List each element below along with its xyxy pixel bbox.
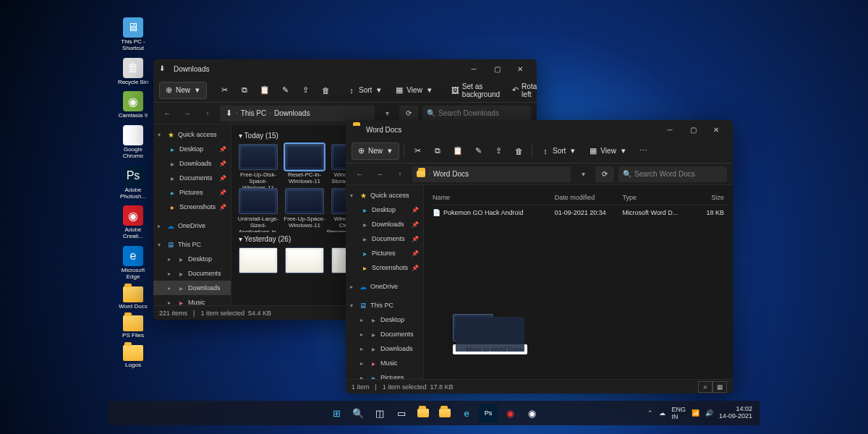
copy-button[interactable]: ⧉	[429, 142, 446, 160]
thumbnail-view-button[interactable]: ▦	[712, 381, 727, 393]
desktop-icon[interactable]: Logos	[114, 345, 152, 369]
close-button[interactable]: ✕	[705, 121, 727, 138]
file-thumbnail[interactable]: Reset-PC-in-Windows-11	[284, 144, 326, 188]
minimize-button[interactable]: ─	[659, 121, 681, 138]
sidebar-item-desktop[interactable]: ▸▸Desktop	[153, 252, 231, 266]
share-button[interactable]: ⇪	[490, 142, 507, 160]
wifi-icon[interactable]: 📶	[692, 409, 699, 417]
tray-chevron-icon[interactable]: ⌃	[647, 409, 653, 417]
sidebar-item-documents[interactable]: ▸▸Documents	[346, 327, 423, 341]
sidebar-item-desktop[interactable]: ▸Desktop📌	[153, 142, 231, 156]
file-thumbnail[interactable]: Free-Up-Space-Windows-11	[284, 188, 326, 232]
col-name[interactable]: Name	[433, 194, 555, 201]
sidebar-thispc[interactable]: ▾🖥This PC	[346, 298, 423, 312]
up-button[interactable]: ↑	[392, 166, 408, 182]
table-row[interactable]: 📄Pokemon GO Hack Android 01-09-2021 20:3…	[430, 205, 727, 220]
paste-button[interactable]: 📋	[449, 142, 467, 160]
clock[interactable]: 14:0214-09-2021	[719, 406, 752, 420]
sidebar-item-downloads[interactable]: ▸Downloads📌	[346, 217, 423, 231]
sidebar-item-pictures[interactable]: ▸Pictures📌	[153, 185, 231, 200]
titlebar[interactable]: ⬇ Downloads ─ ▢ ✕	[153, 59, 537, 78]
sidebar-item-screenshots[interactable]: ▸Screenshots📌	[346, 260, 423, 275]
sidebar-item-music[interactable]: ▸▸Music	[153, 295, 231, 305]
close-button[interactable]: ✕	[509, 60, 531, 77]
sidebar-quick-access[interactable]: ▾★Quick access	[346, 188, 423, 203]
col-size[interactable]: Size	[690, 194, 724, 201]
maximize-button[interactable]: ▢	[486, 60, 508, 77]
file-thumbnail[interactable]: Uninstall-Large-Sized-Applications-in-Wi…	[237, 188, 279, 232]
sidebar-item-downloads[interactable]: ▸▸Downloads	[346, 341, 423, 356]
sidebar-onedrive[interactable]: ▸☁OneDrive	[346, 279, 423, 294]
sidebar-item-documents[interactable]: ▸Documents📌	[346, 231, 423, 246]
view-button[interactable]: ▦View▾	[584, 142, 632, 160]
back-button[interactable]: ←	[159, 106, 175, 122]
delete-button[interactable]: 🗑	[317, 82, 334, 99]
dropdown-button[interactable]: ▾	[379, 106, 395, 122]
file-thumbnail[interactable]	[284, 247, 326, 276]
sort-button[interactable]: ↕Sort▾	[343, 82, 388, 99]
rename-button[interactable]: ✎	[276, 82, 294, 99]
col-date[interactable]: Date modified	[555, 194, 623, 201]
cut-button[interactable]: ✂	[409, 142, 426, 160]
sidebar-item-pictures[interactable]: ▸▸Pictures	[346, 370, 423, 379]
up-button[interactable]: ↑	[200, 106, 216, 122]
desktop-icon[interactable]: ◉Google Chrome	[114, 125, 152, 160]
crumb-segment[interactable]: Downloads	[274, 109, 310, 117]
chrome-taskbar-icon[interactable]: ◉	[522, 404, 541, 422]
desktop-icon[interactable]: Word Docs	[114, 286, 152, 310]
rotate-left-button[interactable]: ↶Rotate left	[508, 82, 537, 99]
desktop-icon[interactable]: 🗑Recycle Bin	[114, 58, 152, 86]
search-input[interactable]: 🔍Search Word Docs	[618, 166, 727, 182]
photoshop-taskbar-icon[interactable]: Ps	[479, 404, 498, 422]
explorer-taskbar-icon[interactable]	[435, 404, 454, 422]
sidebar-item-documents[interactable]: ▸▸Documents	[153, 266, 231, 281]
new-button[interactable]: ⊕New▾	[352, 142, 399, 160]
sidebar-onedrive[interactable]: ▸☁OneDrive	[153, 218, 231, 233]
share-button[interactable]: ⇪	[297, 82, 314, 99]
file-list[interactable]: Name Date modified Type Size 📄Pokemon GO…	[424, 185, 733, 379]
copy-button[interactable]: ⧉	[236, 82, 253, 99]
new-button[interactable]: ⊕New▾	[159, 82, 207, 99]
refresh-button[interactable]: ⟳	[399, 106, 418, 122]
sidebar-item-music[interactable]: ▸▸Music	[346, 356, 423, 370]
details-view-button[interactable]: ≡	[698, 381, 712, 393]
minimize-button[interactable]: ─	[463, 60, 485, 77]
search-button[interactable]: 🔍	[349, 404, 367, 422]
system-tray[interactable]: ⌃ ☁ ENGIN 📶 🔊 14:0214-09-2021	[647, 406, 760, 420]
sidebar-item-pictures[interactable]: ▸Pictures📌	[346, 246, 423, 260]
cut-button[interactable]: ✂	[216, 82, 233, 99]
sidebar-thispc[interactable]: ▾🖥This PC	[153, 237, 231, 252]
taskview-button[interactable]: ◫	[370, 404, 389, 422]
titlebar[interactable]: Word Docs ─ ▢ ✕	[346, 120, 733, 139]
desktop-icon[interactable]: eMicrosoft Edge	[114, 246, 152, 281]
sidebar-item-desktop[interactable]: ▸Desktop📌	[346, 203, 423, 217]
sidebar-item-downloads[interactable]: ▸▸Downloads	[153, 281, 231, 295]
sidebar-item-desktop[interactable]: ▸▸Desktop	[346, 312, 423, 327]
widgets-button[interactable]: ▭	[392, 404, 411, 422]
more-button[interactable]: ⋯	[635, 142, 652, 160]
refresh-button[interactable]: ⟳	[595, 166, 614, 182]
language-indicator[interactable]: ENGIN	[671, 406, 686, 420]
desktop-icon[interactable]: ◉Camtasia 9	[114, 91, 152, 119]
onedrive-tray-icon[interactable]: ☁	[659, 409, 665, 417]
view-button[interactable]: ▦View▾	[391, 82, 438, 99]
rename-button[interactable]: ✎	[469, 142, 487, 160]
crumb-segment[interactable]: This PC	[241, 109, 267, 117]
desktop-icon[interactable]: PS Files	[114, 315, 152, 339]
edge-taskbar-icon[interactable]: e	[457, 404, 476, 422]
explorer-taskbar-icon[interactable]	[414, 404, 433, 422]
file-thumbnail[interactable]	[237, 247, 279, 276]
file-thumbnail[interactable]: Free-Up-Disk-Space-Windows-11	[237, 144, 279, 188]
sidebar-item-screenshots[interactable]: ▸Screenshots📌	[153, 200, 231, 214]
desktop-icon[interactable]: PsAdobe Photosh...	[114, 166, 152, 200]
delete-button[interactable]: 🗑	[510, 142, 527, 160]
col-type[interactable]: Type	[622, 194, 690, 201]
start-button[interactable]: ⊞	[327, 404, 346, 422]
forward-button[interactable]: →	[179, 106, 195, 122]
forward-button[interactable]: →	[372, 166, 388, 182]
desktop-icon[interactable]: ◉Adobe Creati...	[114, 205, 152, 240]
sort-button[interactable]: ↕Sort▾	[537, 142, 582, 160]
taskbar[interactable]: ⊞ 🔍 ◫ ▭ e Ps ◉ ◉ ⌃ ☁ ENGIN 📶 🔊 14:0214-0…	[109, 401, 760, 425]
back-button[interactable]: ←	[352, 166, 367, 182]
sidebar-quick-access[interactable]: ▾★Quick access	[153, 127, 231, 142]
